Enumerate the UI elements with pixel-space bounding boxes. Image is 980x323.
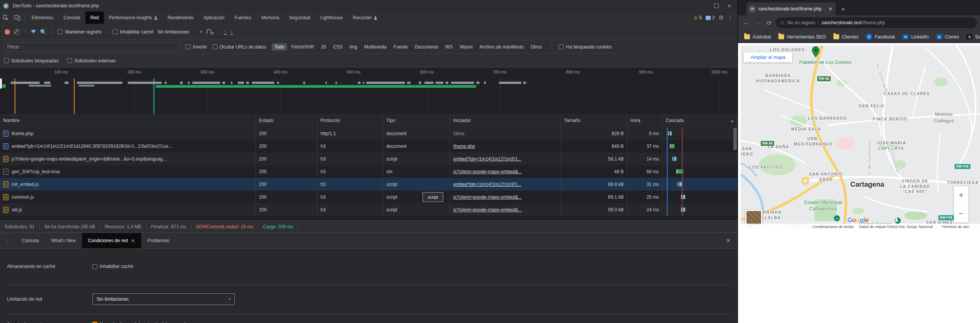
filter-chip-wasm[interactable]: Wasm <box>457 43 476 51</box>
tab-rendimiento[interactable]: Rendimiento <box>162 12 198 24</box>
warnings-badge[interactable]: ⚠ 5 <box>694 15 702 20</box>
inspect-element-icon[interactable] <box>0 13 12 23</box>
tab-fuentes[interactable]: Fuentes <box>230 12 256 24</box>
bookmark-linkedin[interactable]: inLinkedIn <box>903 34 928 40</box>
close-icon[interactable]: ✕ <box>727 3 731 9</box>
messages-badge[interactable]: 2 <box>706 15 715 20</box>
blocked-cookies-checkbox[interactable]: Ha bloqueado cookies <box>559 44 612 50</box>
search-icon[interactable]: 🔍 <box>40 29 47 35</box>
address-bar[interactable]: ⚠ No es seguro sanchezdonate.test/iframe… <box>776 17 977 28</box>
back-icon[interactable]: ← <box>741 19 751 26</box>
filter-chip-multimedia[interactable]: Multimedia <box>362 43 389 51</box>
disable-cache-checkbox[interactable]: Inhabilitar caché <box>113 29 154 35</box>
drawer-tab-condicionesdered[interactable]: Condiciones de red✕ <box>82 233 141 248</box>
drawer-tab-problemas[interactable]: Problemas <box>141 233 175 248</box>
google-map-embed[interactable]: Ampliar el mapa LOS DOLORESPabellón de L… <box>741 45 980 229</box>
column-header-iniciador[interactable]: Iniciador <box>450 114 561 127</box>
initiator-link[interactable]: iframe.php <box>453 144 475 149</box>
ua-default-checkbox[interactable]: Usar el valor predeterminado del navegad… <box>92 321 190 323</box>
third-party-requests-checkbox[interactable]: Solicitudes externas <box>67 58 115 64</box>
tab-memoria[interactable]: Memoria <box>256 12 284 24</box>
new-tab-icon[interactable]: + <box>841 5 845 15</box>
drawer-throttling-select[interactable]: Sin limitaciones▾ <box>92 293 235 305</box>
bookmark-sabad[interactable]: SSabad <box>967 34 980 40</box>
filter-chip-documento[interactable]: Documento <box>412 43 441 51</box>
throttling-select[interactable]: Sin limitaciones▼ <box>157 29 203 35</box>
keyboard-shortcuts-link[interactable]: Combinaciones de teclas <box>813 224 853 229</box>
more-options-icon[interactable]: ⋮ <box>728 15 733 21</box>
network-conditions-icon[interactable] <box>207 30 213 34</box>
cell-name[interactable]: ≡iframe.php <box>0 127 256 140</box>
hide-data-urls-checkbox[interactable]: Ocultar URLs de datos <box>212 44 266 50</box>
clear-network-log-icon[interactable] <box>14 29 20 35</box>
preserve-log-checkbox[interactable]: Mantener registro <box>58 29 101 35</box>
filter-chip-todo[interactable]: Todo <box>272 43 287 51</box>
expand-map-button[interactable]: Ampliar el mapa <box>744 52 792 62</box>
drawer-tab-close-icon[interactable]: ✕ <box>131 238 135 244</box>
filter-chip-fuente[interactable]: Fuente <box>391 43 411 51</box>
bookmark-correo[interactable]: oCorreo <box>937 34 959 40</box>
filter-chip-img[interactable]: Img <box>347 43 360 51</box>
initiator-link[interactable]: embed?pb=!1m14!1m12!1m3!1... <box>453 182 521 187</box>
filter-chip-archivodemanifiesto[interactable]: Archivo de manifiesto <box>477 43 526 51</box>
invert-checkbox[interactable]: Invertir <box>185 44 207 50</box>
device-toolbar-icon[interactable] <box>12 13 23 23</box>
tab-consola[interactable]: Consola <box>58 12 85 24</box>
initiator-link[interactable]: js?client=google-maps-embed&... <box>453 169 522 174</box>
column-header-hora[interactable]: Hora <box>627 114 663 127</box>
record-network-log-icon[interactable] <box>5 29 10 35</box>
table-row[interactable]: ≡iframe.php200http/1.1documentOtros829 B… <box>0 127 738 140</box>
filter-chip-css[interactable]: CSS <box>331 43 346 51</box>
filter-chip-ws[interactable]: WS <box>442 43 455 51</box>
column-header-protocolo[interactable]: Protocolo <box>317 114 383 127</box>
initiator-link[interactable]: js?client=google-maps-embed&... <box>453 194 522 200</box>
bookmark-facebook[interactable]: fFacebook <box>866 34 895 40</box>
filter-chip-fetchxhr[interactable]: Fetch/XHR <box>289 43 317 51</box>
timeline-drag-handle[interactable] <box>0 79 2 89</box>
initiator-link[interactable]: embed?pb=!1m14!1m12!1m3!1... <box>453 156 521 162</box>
zoom-in-button[interactable]: + <box>954 186 968 204</box>
column-header-estado[interactable]: Estado <box>256 114 317 127</box>
table-scrollbar[interactable] <box>733 128 737 216</box>
column-header-tipo[interactable]: Tipo <box>383 114 450 127</box>
filter-input[interactable] <box>4 42 180 52</box>
forward-icon[interactable]: → <box>753 19 763 26</box>
filter-chip-otros[interactable]: Otros <box>528 43 544 51</box>
cell-name[interactable]: ( )util.js <box>0 203 256 216</box>
settings-gear-icon[interactable]: ⚙ <box>719 14 724 21</box>
export-har-icon[interactable]: ↓ <box>230 29 233 35</box>
drawer-close-icon[interactable]: ✕ <box>726 237 738 244</box>
cell-name[interactable]: ≡embed?pb=!1m14!1m12!1m3!1d12640.3097810… <box>0 140 256 152</box>
table-row[interactable]: ≡gen_204?csp_test=true200h3xhrjs?client=… <box>0 165 738 178</box>
tab-lighthouse[interactable]: Lighthouse <box>315 12 348 24</box>
network-overview-timeline[interactable]: 100 ms200 ms300 ms400 ms500 ms600 ms700 … <box>0 68 738 114</box>
map-marker-pin[interactable] <box>812 46 820 58</box>
google-logo[interactable]: Google <box>847 216 869 224</box>
cell-name[interactable]: ( )js?client=google-maps-embed&paint_ori… <box>0 152 256 165</box>
tab-recorder[interactable]: Recorder <box>348 12 382 24</box>
column-header-cascada[interactable]: Cascada▲ <box>663 114 738 127</box>
zoom-out-button[interactable]: − <box>954 205 968 223</box>
table-row[interactable]: ( )init_embed.js200h3scriptembed?pb=!1m1… <box>0 178 738 191</box>
filter-icon[interactable] <box>31 30 36 33</box>
tab-performance-insights[interactable]: Performance insights <box>104 12 163 24</box>
table-row[interactable]: ( )util.js200h3scriptjs?client=google-ma… <box>0 203 738 216</box>
park-tree-icon[interactable] <box>894 217 901 224</box>
maximize-icon[interactable] <box>714 3 719 8</box>
cell-name[interactable]: ≡gen_204?csp_test=true <box>0 165 256 178</box>
import-har-icon[interactable]: ↑ <box>224 29 227 35</box>
browser-tab[interactable]: W sanchezdonate.test/iframe.php ✕ <box>746 2 836 15</box>
reload-icon[interactable]: ⟳ <box>764 19 774 27</box>
filter-chip-js[interactable]: JS <box>318 43 329 51</box>
initiator-link[interactable]: js?client=google-maps-embed&... <box>453 207 522 213</box>
column-header-tamaño[interactable]: Tamaño <box>561 114 627 127</box>
bookmark-asdrubal[interactable]: Asdrubal <box>744 34 771 40</box>
column-header-nombre[interactable]: Nombre <box>0 114 256 127</box>
stadium-icon[interactable]: ▭ <box>833 215 840 222</box>
bookmark-clientes[interactable]: Clientes <box>833 34 858 40</box>
drawer-disable-cache-checkbox[interactable]: Inhabilitar caché <box>92 264 133 269</box>
tab-close-icon[interactable]: ✕ <box>828 6 833 12</box>
table-row[interactable]: ( )common.js200h3scriptjs?client=google-… <box>0 191 738 203</box>
tab-aplicación[interactable]: Aplicación <box>199 12 230 24</box>
cell-name[interactable]: ( )common.js <box>0 191 256 203</box>
